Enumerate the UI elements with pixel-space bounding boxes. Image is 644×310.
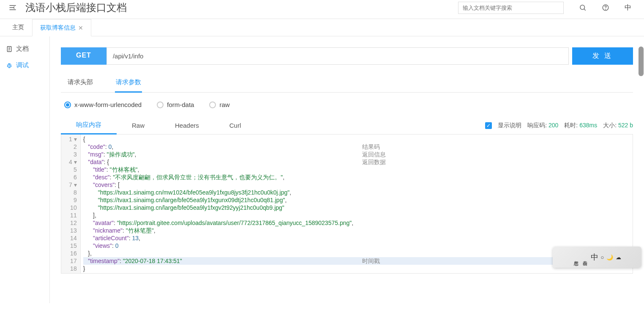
radio-label: x-www-form-urlencoded: [74, 101, 142, 108]
tab-response-headers[interactable]: Headers: [160, 118, 214, 133]
svg-point-6: [606, 9, 606, 9]
radio-icon: [209, 102, 216, 108]
language-button[interactable]: 中: [625, 3, 631, 12]
sidebar-item-debug[interactable]: 调试: [0, 57, 49, 74]
http-method-button[interactable]: GET: [61, 47, 106, 65]
radio-label: raw: [219, 101, 229, 108]
url-input[interactable]: [106, 47, 569, 65]
radio-icon: [157, 102, 164, 108]
help-icon[interactable]: [602, 4, 609, 11]
svg-line-14: [7, 66, 8, 67]
sidebar-item-docs[interactable]: 文档: [0, 41, 49, 57]
line-gutter: 1 ▾2 3 4 ▾5 6 7 ▾8 9 10 11 12 13 14 15 1…: [61, 134, 81, 273]
radio-label: form-data: [167, 101, 194, 108]
tab-request-headers[interactable]: 请求头部: [67, 74, 94, 92]
widget-cloud-icon: ☁: [616, 254, 621, 261]
close-icon[interactable]: ✕: [78, 25, 83, 31]
vertical-scrollbar[interactable]: [639, 47, 644, 76]
sidebar-item-label: 调试: [16, 61, 29, 69]
sidebar: 文档 调试: [0, 36, 50, 303]
tab-request-params[interactable]: 请求参数: [115, 74, 142, 93]
radio-raw[interactable]: raw: [209, 101, 229, 108]
time-value: 638ms: [579, 122, 597, 129]
page-tabs: 主页 获取博客信息 ✕: [0, 19, 644, 36]
header: 浅语小栈后端接口文档 中: [0, 0, 644, 19]
radio-form-data[interactable]: form-data: [157, 101, 194, 108]
tab-get-blog-info[interactable]: 获取博客信息 ✕: [32, 19, 91, 36]
sidebar-item-label: 文档: [16, 45, 29, 53]
body-encoding-row: x-www-form-urlencoded form-data raw: [61, 93, 633, 117]
size-value: 522 b: [618, 122, 633, 129]
tab-response-raw[interactable]: Raw: [117, 118, 160, 133]
menu-toggle-icon[interactable]: [8, 3, 17, 12]
app-title: 浅语小栈后端接口文档: [25, 1, 450, 14]
search-icon[interactable]: [579, 4, 587, 11]
search-input[interactable]: [458, 2, 564, 14]
tab-response-curl[interactable]: Curl: [214, 118, 257, 133]
floating-widget[interactable]: 忠恕 泰山 中 ○ 🌙 ☁: [553, 247, 641, 268]
status-code-value: 200: [548, 122, 558, 129]
tab-label: 获取博客信息: [40, 24, 76, 32]
tab-label: 主页: [12, 24, 24, 31]
bug-icon: [6, 62, 13, 69]
show-desc-checkbox[interactable]: ✓: [485, 122, 492, 129]
request-sub-tabs: 请求头部 请求参数: [61, 74, 633, 93]
svg-line-13: [7, 65, 8, 65]
svg-line-18: [10, 63, 10, 63]
time-label: 耗时:: [564, 122, 578, 129]
response-tabs: 响应内容 Raw Headers Curl ✓ 显示说明 响应码: 200 耗时…: [61, 117, 633, 134]
widget-circle-icon: ○: [601, 254, 604, 261]
request-bar: GET 发 送: [61, 47, 633, 65]
svg-point-3: [580, 5, 585, 10]
radio-icon: [64, 102, 71, 108]
response-code-view[interactable]: 1 ▾2 3 4 ▾5 6 7 ▾8 9 10 11 12 13 14 15 1…: [61, 134, 633, 274]
send-button[interactable]: 发 送: [572, 47, 633, 65]
tab-home[interactable]: 主页: [4, 19, 32, 36]
svg-line-16: [11, 66, 11, 67]
doc-icon: [6, 46, 13, 52]
svg-line-15: [11, 65, 11, 65]
response-stats: ✓ 显示说明 响应码: 200 耗时: 638ms 大小: 522 b: [485, 122, 633, 129]
size-label: 大小:: [603, 122, 617, 129]
tab-response-body[interactable]: 响应内容: [61, 117, 117, 134]
svg-line-17: [8, 63, 9, 63]
widget-moon-icon: 🌙: [606, 254, 613, 261]
show-desc-label: 显示说明: [498, 122, 521, 129]
widget-text-center: 中: [591, 252, 598, 262]
radio-urlencoded[interactable]: x-www-form-urlencoded: [64, 101, 142, 108]
status-code-label: 响应码:: [527, 122, 547, 129]
svg-line-4: [584, 9, 586, 11]
